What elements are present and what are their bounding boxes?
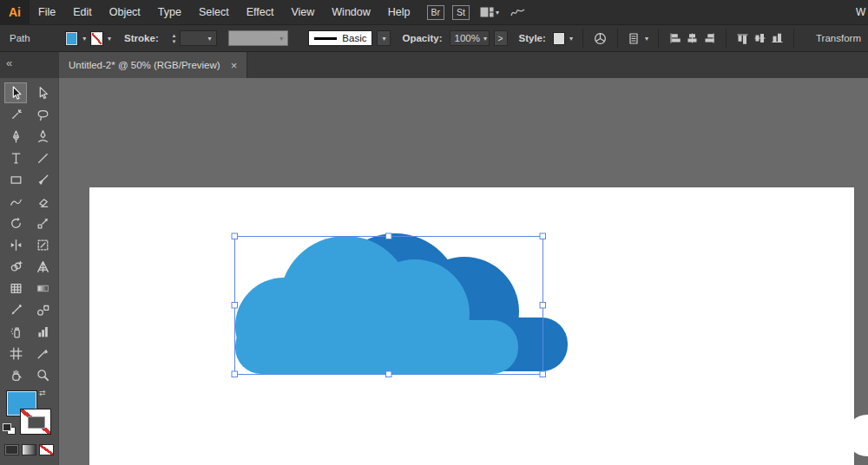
tool-symbol-sprayer[interactable] [4,321,27,342]
handle-top-right[interactable] [540,233,546,239]
arrange-documents-button[interactable]: ▾ [480,7,499,17]
tool-lasso[interactable] [31,104,54,125]
tool-magic-wand[interactable] [4,104,27,125]
opacity-dropdown-icon[interactable]: ▾ [483,35,487,43]
transform-panel-link[interactable]: Transform [816,33,861,43]
document-icon [628,32,641,45]
handle-bottom-center[interactable] [386,371,392,377]
brush-definition-value: Basic [342,33,366,43]
tool-blend[interactable] [31,299,54,320]
tool-rectangle[interactable] [4,169,27,190]
tool-scale[interactable] [31,213,54,233]
tool-line-segment[interactable] [31,147,54,168]
handle-top-center[interactable] [386,233,392,239]
slice-tool-icon [36,346,50,361]
brush-dropdown-button[interactable]: ▾ [377,30,391,46]
tool-perspective-grid[interactable] [31,256,54,277]
document-setup-button[interactable] [628,29,641,47]
panel-collapse-button[interactable]: « [6,56,12,69]
align-right-button[interactable] [703,29,716,47]
handle-top-left[interactable] [232,233,238,239]
tool-column-graph[interactable] [31,321,54,342]
document-tab[interactable]: Untitled-2* @ 50% (RGB/Preview) × [59,52,247,78]
handle-middle-right[interactable] [540,303,546,309]
tool-width[interactable] [4,234,27,255]
align-center-button[interactable] [686,29,699,47]
tool-selection[interactable] [4,82,27,103]
tool-gradient[interactable] [31,278,54,298]
bridge-button[interactable]: Br [427,5,445,20]
tool-pen[interactable] [4,126,27,147]
canvas-area[interactable] [59,78,868,465]
handle-middle-left[interactable] [232,303,238,309]
brush-stroke-preview [314,37,337,40]
stroke-dropdown-icon[interactable]: ▾ [108,35,111,43]
magic-wand-tool-icon [9,108,23,122]
fill-color-swatch[interactable] [65,31,78,46]
handle-bottom-right[interactable] [540,371,546,377]
tool-eraser[interactable] [31,191,54,212]
graphic-style-chip[interactable] [553,32,565,45]
blend-tool-icon [36,303,50,318]
menu-window[interactable]: Window [323,0,378,24]
tool-rotate[interactable] [4,213,27,233]
style-dropdown-icon[interactable]: ▾ [569,35,573,43]
stroke-swatch[interactable] [20,409,51,435]
align-bottom-button[interactable] [771,29,784,47]
stroke-weight-dropdown-icon[interactable]: ▾ [208,35,212,43]
menu-effect[interactable]: Effect [238,0,283,24]
tool-free-transform[interactable] [31,234,54,255]
align-top-button[interactable] [736,29,749,47]
share-button[interactable] [510,6,527,18]
menu-edit[interactable]: Edit [64,0,101,24]
opacity-field[interactable]: 100% ▾ [450,30,490,46]
type-tool-icon [9,151,23,166]
opacity-value: 100% [455,33,480,43]
artboard[interactable] [89,187,854,465]
menu-view[interactable]: View [282,0,323,24]
align-middle-icon [753,32,766,44]
brush-definition-dropdown[interactable]: Basic [308,30,372,46]
stroke-weight-stepper[interactable]: ▴ ▾ [173,32,176,44]
align-left-button[interactable] [668,29,681,47]
menu-select[interactable]: Select [190,0,238,24]
default-fill-stroke-button[interactable] [3,423,15,434]
stroke-weight-field[interactable]: ▾ [180,30,216,46]
tool-paintbrush[interactable] [31,169,54,190]
menu-help[interactable]: Help [379,0,419,24]
tool-eyedropper[interactable] [4,299,27,320]
gradient-mode-button[interactable] [22,444,36,455]
tool-type[interactable] [4,147,27,168]
menu-file[interactable]: File [30,0,64,24]
tab-close-icon[interactable]: × [231,60,238,71]
variable-width-profile-dropdown[interactable]: ▾ [228,30,289,46]
swap-fill-stroke-icon[interactable]: ⇄ [39,389,46,397]
illustrator-window: Ai File Edit Object Type Select Effect V… [0,0,868,465]
handle-bottom-left[interactable] [232,371,238,377]
tool-hand[interactable] [4,364,27,385]
align-middle-button[interactable] [753,29,766,47]
document-setup-dropdown-icon[interactable]: ▾ [645,35,648,43]
tool-artboard[interactable] [4,343,27,363]
none-mode-button[interactable] [39,444,54,455]
tool-slice[interactable] [31,343,54,363]
menu-object[interactable]: Object [101,0,149,24]
divider [582,29,583,48]
tool-direct-selection[interactable] [31,82,54,103]
more-options-button[interactable]: > [494,30,508,46]
fill-dropdown-icon[interactable]: ▾ [82,35,86,43]
recolor-artwork-icon [593,31,608,46]
color-mode-button[interactable] [4,444,19,455]
stepper-up-icon[interactable]: ▴ [173,32,176,38]
style-label: Style: [519,33,546,43]
tool-zoom[interactable] [31,364,54,385]
stepper-down-icon[interactable]: ▾ [173,38,176,44]
stroke-color-swatch[interactable] [90,31,103,46]
tool-shaper[interactable] [4,191,27,212]
recolor-artwork-button[interactable] [593,29,608,47]
stock-button[interactable]: St [452,5,470,20]
tool-shape-builder[interactable] [4,256,27,277]
tool-mesh[interactable] [4,278,27,298]
menu-type[interactable]: Type [149,0,190,24]
tool-curvature[interactable] [31,126,54,147]
